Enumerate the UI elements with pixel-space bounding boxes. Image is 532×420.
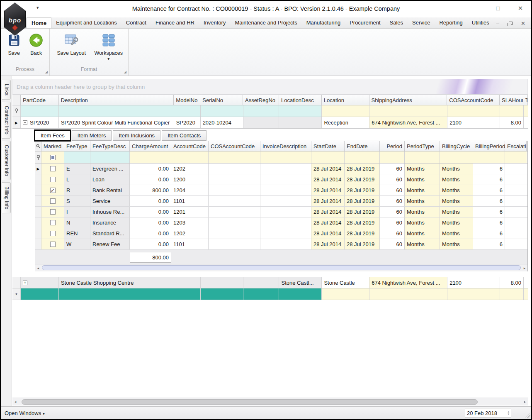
periodtype-cell[interactable]: Months [405,207,440,217]
chargeamount-cell[interactable]: 0.00 [130,239,171,249]
cosaccountcode-cell[interactable] [209,196,260,206]
feetypedesc-cell[interactable]: Evergreen ... [90,164,130,174]
chargeamount-cell[interactable]: 0.00 [130,164,171,174]
save-layout-button[interactable]: Save Layout [56,31,87,61]
date-field[interactable]: 20 Feb 2018 ▴ ▾ [465,408,511,418]
enddate-cell[interactable]: 28 Jul 2019 [345,239,380,249]
invoicedescription-cell[interactable] [260,164,311,174]
escalation-cell[interactable] [505,217,527,228]
feetype-cell[interactable]: I [64,207,90,217]
sidebar-tab-billing-info[interactable]: Billing Info [2,182,11,213]
locationdesc-cell[interactable] [279,288,322,300]
period-cell[interactable]: 60 [380,185,405,195]
cosaccountcode-cell[interactable] [209,217,260,228]
sidebar-tab-links[interactable]: Links [2,80,11,100]
filter-periodtype[interactable] [405,151,440,163]
chargeamount-cell[interactable]: 0.00 [130,217,171,228]
open-windows-button[interactable]: Open Windows▾ [5,410,45,416]
scroll-right-icon[interactable]: ▸ [522,398,528,405]
scroll-thumb[interactable] [42,265,521,270]
accountcode-cell[interactable]: 1202 [171,164,209,174]
enddate-cell[interactable]: 28 Jul 2019 [345,196,380,206]
scroll-thumb[interactable] [22,399,478,405]
shippingaddress-cell[interactable] [369,288,447,300]
period-cell[interactable]: 60 [380,196,405,206]
filter-cosaccountcode[interactable] [447,105,500,117]
periodtype-cell[interactable]: Months [405,196,440,206]
group-by-panel[interactable]: Drag a column header here to group by th… [12,79,528,95]
accountcode-cell[interactable]: 1200 [171,174,209,185]
accountcode-cell[interactable]: 1201 [171,207,209,217]
col-slahours[interactable]: SLAHours [500,95,523,105]
accountcode-cell[interactable]: 1203 [171,217,209,228]
feetype-cell[interactable]: REN [64,228,90,239]
table-row-stone-castle[interactable]: + Stone Castle Shopping Centre Stone Cas… [12,277,528,288]
collapse-icon[interactable]: − [23,120,27,125]
billingperiod-cell[interactable]: 6 [473,185,505,195]
cosaccountcode-cell[interactable] [209,174,260,185]
fees-horizontal-scrollbar[interactable]: ◂ ▸ [35,264,527,271]
feetype-cell[interactable]: N [64,217,90,228]
filter-cosaccountcode[interactable] [209,151,260,163]
col-truncated[interactable]: T [523,95,528,105]
accountcode-cell[interactable]: 1202 [171,228,209,239]
format-dialog-launcher-icon[interactable]: ◢ [124,70,126,74]
enddate-cell[interactable]: 28 Jul 2019 [345,164,380,174]
chargeamount-cell[interactable]: 800.00 [130,185,171,195]
main-horizontal-scrollbar[interactable]: ◂ ▸ [12,398,528,405]
billingperiod-cell[interactable]: 6 [473,239,505,249]
escalation-cell[interactable] [505,207,527,217]
col-cosaccountcode[interactable]: COSAccountCode [447,95,500,105]
feetype-cell[interactable]: R [64,185,90,195]
col-period[interactable]: Period [380,141,405,151]
marked-checkbox[interactable]: ✓ [41,185,64,195]
serialno-cell[interactable]: 2020-10204 [201,117,243,128]
filter-modelno[interactable] [174,105,201,117]
filter-accountcode[interactable] [171,151,209,163]
cosaccountcode-cell[interactable]: 2100 [447,277,500,288]
periodtype-cell[interactable]: Months [405,174,440,185]
fee-row-loan[interactable]: L Loan 0.00 1200 28 Jul 2014 28 Jul 2019… [35,174,527,185]
feetypedesc-cell[interactable]: Inhouse Re... [90,207,130,217]
scroll-right-icon[interactable]: ▸ [522,264,527,271]
tab-contract[interactable]: Contract [121,17,151,28]
escalation-cell[interactable] [505,185,527,195]
col-invoicedescription[interactable]: InvoiceDescription [260,141,311,151]
escalation-cell[interactable] [505,164,527,174]
escalation-cell[interactable] [505,174,527,185]
cosaccountcode-cell[interactable] [209,228,260,239]
escalation-cell[interactable] [505,239,527,249]
fee-row-evergreen[interactable]: ▶ E Evergreen ... 0.00 1202 28 Jul 2014 … [35,164,527,174]
enddate-cell[interactable]: 28 Jul 2019 [345,174,380,185]
partcode-cell[interactable]: − SP2020 [21,117,59,128]
back-button[interactable]: Back [27,31,46,56]
invoicedescription-cell[interactable] [260,185,311,195]
marked-checkbox[interactable] [41,207,64,217]
description-cell[interactable]: SP2020 Sprint Colour Multi Functional Co… [59,117,174,128]
tab-home[interactable]: Home [27,17,51,28]
col-feetype[interactable]: FeeType [64,141,90,151]
escalation-cell[interactable] [505,196,527,206]
fee-row-service[interactable]: S Service 0.00 1101 28 Jul 2014 28 Jul 2… [35,196,527,207]
billingcycle-cell[interactable]: Months [440,164,473,174]
fee-row-insurance[interactable]: N Insurance 0.00 1203 28 Jul 2014 28 Jul… [35,217,527,228]
marked-checkbox[interactable] [41,239,64,249]
startdate-cell[interactable]: 28 Jul 2014 [311,164,345,174]
filter-slahours[interactable] [500,105,524,117]
chargeamount-cell[interactable]: 0.00 [130,207,171,217]
tab-procurement[interactable]: Procurement [345,17,385,28]
accountcode-cell[interactable]: 1101 [171,239,209,249]
fee-row-bank-rental[interactable]: ✓ R Bank Rental 800.00 1204 28 Jul 2014 … [35,185,527,196]
truncated-cell[interactable] [524,277,528,288]
filter-locationdesc[interactable] [279,105,322,117]
billingperiod-cell[interactable]: 6 [473,174,505,185]
assetregno-cell[interactable] [243,277,279,288]
description-cell[interactable] [59,288,174,300]
tab-manufacturing[interactable]: Manufacturing [302,17,345,28]
sidebar-tab-customer-info[interactable]: Customer Info [2,141,11,180]
filter-feetype[interactable] [64,151,90,163]
tab-item-contacts[interactable]: Item Contacts [162,130,206,141]
feetype-cell[interactable]: W [64,239,90,249]
invoicedescription-cell[interactable] [260,239,311,249]
accountcode-cell[interactable]: 1101 [171,196,209,206]
